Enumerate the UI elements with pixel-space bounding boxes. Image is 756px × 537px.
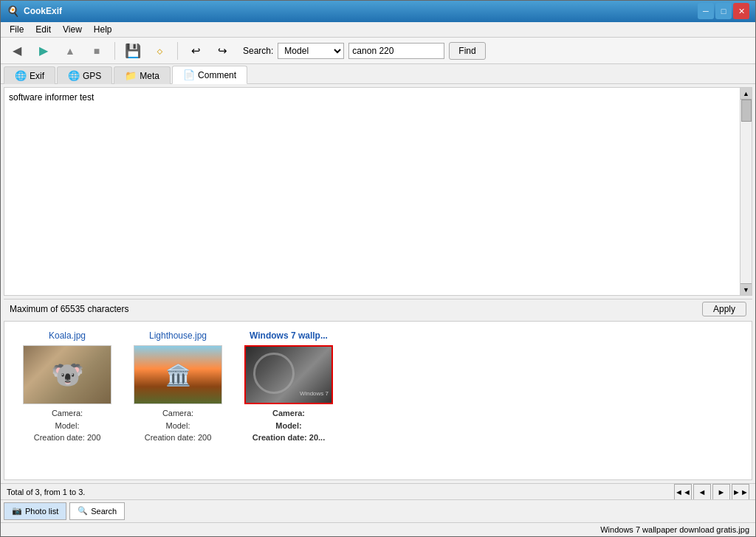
maximize-button[interactable]: □ [715, 3, 732, 19]
lighthouse-image [134, 345, 221, 404]
menu-bar: File Edit View Help [1, 22, 755, 38]
redo-icon: ↪ [218, 44, 227, 58]
status-bar: Total of 3, from 1 to 3. ◄◄ ◄ ► ►► [1, 483, 755, 499]
title-bar-left: 🍳 CookExif [7, 5, 62, 17]
arrow-up-icon: ▲ [65, 45, 75, 57]
photo-title-wallpaper: Windows 7 wallp... [250, 330, 328, 341]
stop-icon: ■ [94, 45, 100, 57]
toolbar: ◀ ▶ ▲ ■ 💾 ⬦ ↩ ↪ Search: Model Make [1, 38, 755, 64]
globe-icon-gps: 🌐 [68, 70, 80, 81]
tab-exif[interactable]: 🌐 Exif [4, 66, 55, 84]
find-button[interactable]: Find [449, 42, 485, 60]
nav-last-button[interactable]: ►► [732, 484, 749, 500]
apply-button[interactable]: Apply [702, 302, 746, 316]
comment-content-area: software informer test ▲ ▼ [4, 87, 752, 296]
filename-status: Windows 7 wallpaper download gratis.jpg [600, 525, 749, 534]
toolbar-warning-button[interactable]: ⬦ [148, 40, 171, 62]
tab-meta[interactable]: 📁 Meta [114, 66, 171, 84]
photo-thumb-lighthouse[interactable] [134, 345, 222, 404]
photo-section: Koala.jpg Camera: Model: Creation date: … [4, 321, 752, 480]
nav-next-button[interactable]: ► [712, 484, 730, 500]
separator-2 [177, 42, 178, 60]
list-item[interactable]: Koala.jpg Camera: Model: Creation date: … [19, 330, 115, 444]
photo-list-label: Photo list [25, 507, 58, 516]
photo-list: Koala.jpg Camera: Model: Creation date: … [4, 322, 752, 453]
total-status: Total of 3, from 1 to 3. [7, 488, 85, 496]
app-title: CookExif [24, 6, 62, 16]
menu-edit[interactable]: Edit [30, 23, 57, 36]
toolbar-next-button[interactable]: ▶ [32, 40, 55, 62]
koala-image [24, 345, 111, 404]
tab-meta-label: Meta [140, 71, 159, 81]
search-area: Search: Model Make Date Comment Find [243, 42, 486, 60]
photo-meta-wallpaper: Camera: Model: Creation date: 20... [252, 407, 325, 444]
toolbar-up-button[interactable]: ▲ [58, 40, 82, 62]
photo-thumb-wallpaper[interactable] [244, 345, 333, 404]
bottom-toolbar: 📷 Photo list 🔍 Search [1, 499, 755, 522]
undo-icon: ↩ [191, 44, 201, 58]
toolbar-save-button[interactable]: 💾 [121, 40, 145, 62]
photo-meta-koala: Camera: Model: Creation date: 200 [34, 407, 101, 444]
search-input[interactable] [348, 43, 444, 59]
search-type-select[interactable]: Model Make Date Comment [278, 43, 344, 59]
toolbar-prev-button[interactable]: ◀ [5, 40, 29, 62]
menu-file[interactable]: File [4, 23, 30, 36]
toolbar-undo-button[interactable]: ↩ [184, 40, 207, 62]
list-item[interactable]: Lighthouse.jpg Camera: Model: Creation d… [130, 330, 226, 444]
wallpaper-image [246, 345, 331, 404]
app-icon: 🍳 [7, 5, 19, 17]
search-label: Search: [243, 46, 273, 56]
char-limit-bar: Maximum of 65535 characters Apply [4, 299, 752, 318]
tab-comment-label: Comment [198, 70, 236, 80]
nav-buttons: ◄◄ ◄ ► ►► [674, 484, 749, 500]
main-window: 🍳 CookExif ─ □ ✕ File Edit View Help ◀ ▶… [0, 0, 756, 537]
tab-gps-label: GPS [83, 71, 101, 81]
photo-meta-lighthouse: Camera: Model: Creation date: 200 [145, 407, 212, 444]
arrow-left-icon: ◀ [13, 44, 21, 58]
nav-first-button[interactable]: ◄◄ [674, 484, 692, 500]
close-button[interactable]: ✕ [733, 3, 749, 19]
comment-scrollbar[interactable]: ▲ ▼ [740, 88, 752, 295]
search-icon: 🔍 [78, 506, 88, 516]
diamond-warning-icon: ⬦ [156, 43, 164, 58]
photo-list-tab-button[interactable]: 📷 Photo list [4, 502, 66, 520]
folder-icon-meta: 📁 [125, 70, 137, 81]
camera-icon: 📷 [12, 506, 22, 516]
tab-comment[interactable]: 📄 Comment [172, 66, 247, 84]
photo-title-koala: Koala.jpg [49, 330, 86, 341]
search-tab-label: Search [91, 507, 117, 516]
tab-gps[interactable]: 🌐 GPS [57, 66, 112, 84]
photo-thumb-koala[interactable] [23, 345, 111, 404]
photo-title-lighthouse: Lighthouse.jpg [149, 330, 207, 341]
search-tab-button[interactable]: 🔍 Search [69, 502, 125, 520]
comment-textarea[interactable]: software informer test [4, 88, 740, 295]
menu-view[interactable]: View [57, 23, 88, 36]
tab-exif-label: Exif [30, 71, 44, 81]
bottom-status-bar: Windows 7 wallpaper download gratis.jpg [1, 522, 755, 536]
title-controls: ─ □ ✕ [698, 3, 749, 19]
scrollbar-thumb[interactable] [741, 100, 752, 122]
minimize-button[interactable]: ─ [698, 3, 714, 19]
globe-icon-exif: 🌐 [15, 70, 27, 81]
separator-1 [114, 42, 115, 60]
arrow-right-icon: ▶ [39, 44, 48, 58]
toolbar-stop-button[interactable]: ■ [85, 40, 109, 62]
nav-prev-button[interactable]: ◄ [693, 484, 711, 500]
tab-bar: 🌐 Exif 🌐 GPS 📁 Meta 📄 Comment [1, 64, 755, 84]
list-item[interactable]: Windows 7 wallp... Camera: Model: Creati… [241, 330, 337, 444]
menu-help[interactable]: Help [88, 23, 118, 36]
page-icon-comment: 📄 [183, 69, 195, 80]
char-limit-text: Maximum of 65535 characters [10, 304, 128, 314]
toolbar-redo-button[interactable]: ↪ [210, 40, 234, 62]
floppy-icon: 💾 [125, 43, 141, 59]
title-bar: 🍳 CookExif ─ □ ✕ [1, 1, 755, 22]
